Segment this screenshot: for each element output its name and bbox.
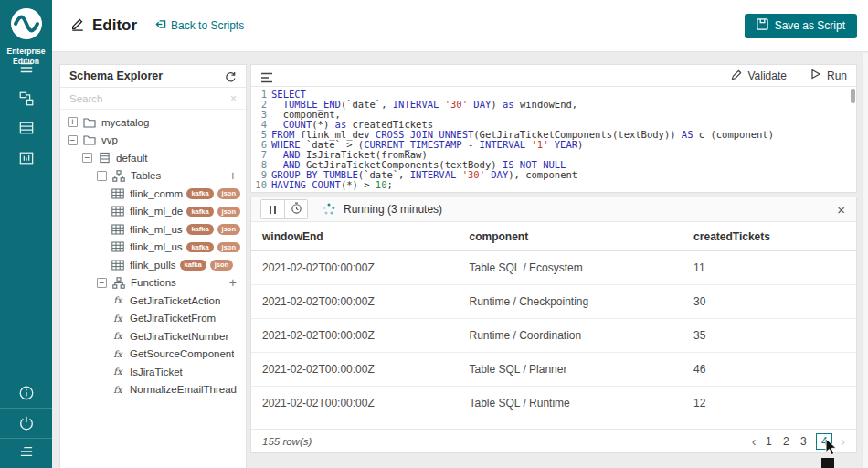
tree-item-GetSourceComponent[interactable]: fxGetSourceComponent: [60, 346, 246, 364]
collapse-icon[interactable]: −: [68, 135, 78, 145]
json-badge: json: [217, 207, 240, 218]
schema-explorer-title: Schema Explorer: [69, 69, 163, 82]
app-sidebar: Enterprise Edition: [0, 0, 52, 468]
info-icon[interactable]: [18, 385, 35, 401]
tree-item-flink_ml_dev[interactable]: flink_ml_devkafkajson: [60, 203, 246, 221]
add-icon[interactable]: +: [226, 169, 240, 182]
tree-item-label: NormalizeEmailThread: [130, 384, 237, 395]
validate-pen-icon: [731, 69, 743, 83]
tree-item-label: IsJiraTicket: [130, 367, 183, 378]
page-4-current[interactable]: 4: [816, 433, 832, 450]
collapse-icon[interactable]: −: [97, 171, 107, 181]
format-lines-icon[interactable]: [260, 70, 273, 81]
close-results-icon[interactable]: ×: [835, 203, 847, 217]
tree-item-mycatalog[interactable]: +mycatalog: [60, 113, 246, 132]
tree-item-NormalizeEmailThread[interactable]: fxNormalizeEmailThread: [60, 381, 246, 399]
folder-icon: [83, 116, 96, 129]
tree-item-IsJiraTicket[interactable]: fxIsJiraTicket: [60, 363, 246, 381]
save-as-script-button[interactable]: Save as Script: [745, 14, 857, 38]
tree-item-label: flink_ml_dev: [130, 206, 183, 217]
brand-line1: Enterprise: [0, 47, 52, 57]
results-footer: 155 row(s) ‹1234›: [251, 429, 856, 452]
refresh-icon[interactable]: [225, 70, 237, 82]
tree-item-flink_commits[interactable]: flink_commitskafkajson: [60, 185, 246, 203]
pause-button[interactable]: [261, 200, 284, 218]
table-row[interactable]: 2021-02-02T00:00:00ZRuntime / Coordinati…: [251, 319, 856, 353]
results-rows: 2021-02-02T00:00:00ZTable SQL / Ecosyste…: [251, 251, 856, 420]
pause-icon: [270, 206, 276, 214]
run-button[interactable]: Run: [810, 69, 847, 82]
tree-item-flink_ml_user[interactable]: flink_ml_userkafkajson: [60, 220, 246, 239]
kafka-badge: kafka: [186, 207, 213, 218]
code-scrollbar[interactable]: [851, 89, 855, 103]
back-to-scripts-link[interactable]: Back to Scripts: [155, 19, 244, 32]
fx-icon: fx: [111, 312, 124, 324]
power-icon[interactable]: [18, 415, 35, 431]
tree-item-label: flink_ml_user: [130, 224, 183, 235]
tree-item-label: GetJiraTicketNumber: [130, 331, 228, 342]
dashboard-icon[interactable]: [18, 151, 35, 167]
table-list-icon[interactable]: [18, 121, 35, 137]
tree-item-label: Functions: [131, 277, 176, 288]
edit-pencil-icon: [70, 16, 85, 35]
page-1[interactable]: 1: [764, 435, 773, 448]
collapse-icon[interactable]: −: [82, 153, 92, 163]
tree-item-GetJiraTicketAction[interactable]: fxGetJiraTicketAction: [60, 292, 246, 310]
menu-icon[interactable]: [18, 60, 35, 77]
code-editor[interactable]: 12345678910 SELECT TUMBLE_END(`date`, IN…: [251, 87, 856, 191]
code-line[interactable]: TUMBLE_END(`date`, INTERVAL '30' DAY) as…: [271, 100, 774, 110]
page-2[interactable]: 2: [781, 435, 790, 448]
table-icon: [111, 240, 124, 253]
code-line[interactable]: HAVING COUNT(*) > 10;: [271, 180, 774, 190]
add-icon[interactable]: +: [226, 276, 240, 289]
table-row[interactable]: 2021-02-02T00:00:00ZRuntime / Checkpoint…: [251, 285, 856, 319]
page-3[interactable]: 3: [799, 435, 808, 448]
search-input[interactable]: [69, 93, 230, 104]
json-badge: json: [217, 242, 240, 253]
list-indent-icon[interactable]: [18, 445, 35, 462]
tree-item-GetJiraTicketNumber[interactable]: fxGetJiraTicketNumber: [60, 327, 246, 346]
table-cell: Table SQL / Planner: [469, 363, 693, 376]
tree-item-Functions[interactable]: −Functions+: [60, 274, 246, 292]
tree-item-flink_ml_user_zh[interactable]: flink_ml_user_zhkafkajson: [60, 239, 246, 257]
json-badge: json: [210, 260, 233, 271]
page-scrollbar[interactable]: [862, 53, 868, 468]
table-row[interactable]: 2021-02-02T00:00:00ZTable SQL / Planner4…: [251, 353, 856, 387]
table-cell: Table SQL / Ecosystem: [469, 261, 693, 274]
table-row[interactable]: 2021-02-02T00:00:00ZTable SQL / Ecosyste…: [251, 251, 856, 285]
timer-button[interactable]: [284, 200, 307, 218]
tree-item-flink_pulls[interactable]: flink_pullskafkajson: [60, 256, 246, 274]
next-page-icon[interactable]: ›: [841, 435, 845, 448]
tree-item-GetJiraTicketFrom[interactable]: fxGetJiraTicketFrom: [60, 310, 246, 328]
ververica-logo: [10, 27, 43, 43]
tree-item-label: GetJiraTicketFrom: [130, 313, 216, 324]
tree-item-label: mycatalog: [101, 117, 149, 128]
save-icon: [757, 18, 768, 33]
validate-button[interactable]: Validate: [731, 69, 787, 83]
expand-icon[interactable]: +: [68, 117, 78, 127]
code-gutter: 12345678910: [251, 90, 271, 191]
tree-item-label: default: [116, 153, 148, 164]
tree-item-Tables[interactable]: −Tables+: [60, 167, 246, 186]
deployments-icon[interactable]: [18, 90, 35, 107]
tree-item-label: Tables: [131, 170, 161, 181]
column-header-windowend[interactable]: windowEnd: [262, 230, 469, 243]
column-header-component[interactable]: component: [469, 230, 693, 243]
tree-item-vvp[interactable]: −vvp: [60, 132, 246, 150]
clear-search-icon[interactable]: ×: [230, 92, 237, 105]
column-header-createdtickets[interactable]: createdTickets: [693, 230, 845, 243]
table-cell: 35: [693, 329, 845, 342]
fx-icon: fx: [111, 294, 124, 307]
table-row[interactable]: 2021-02-02T00:00:00ZTable SQL / Runtime1…: [251, 387, 856, 420]
table-cell: 46: [693, 363, 845, 376]
tree-item-default[interactable]: −default: [60, 149, 246, 167]
code-lines: SELECT TUMBLE_END(`date`, INTERVAL '30' …: [271, 90, 774, 191]
sql-editor-panel: Validate Run 12345678910 SELECT TUMBLE_E…: [250, 64, 857, 193]
table-icon: [111, 223, 124, 236]
tree-item-label: GetSourceComponent: [130, 348, 234, 359]
results-header-row: windowEnd component createdTickets: [251, 222, 856, 251]
collapse-icon[interactable]: −: [97, 278, 107, 288]
stopwatch-icon: [291, 201, 302, 218]
prev-page-icon[interactable]: ‹: [752, 435, 757, 448]
row-count: 155 row(s): [262, 436, 312, 447]
